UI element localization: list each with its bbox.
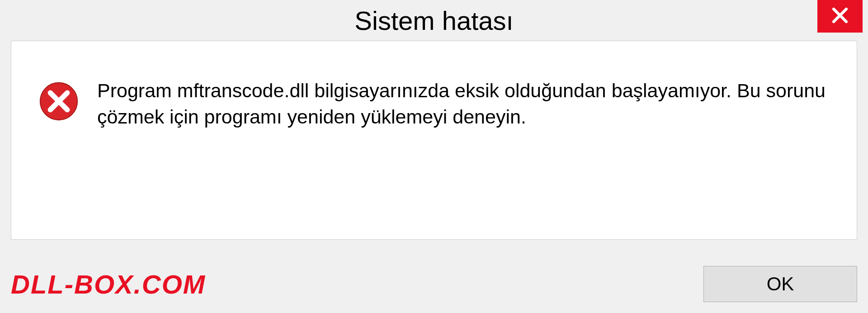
dialog-title: Sistem hatası (354, 5, 513, 36)
error-icon (38, 81, 79, 122)
close-icon (830, 6, 849, 27)
close-button[interactable] (817, 0, 863, 33)
ok-button[interactable]: OK (703, 266, 857, 302)
watermark-text: DLL-BOX.COM (11, 269, 206, 299)
content-panel: Program mftranscode.dll bilgisayarınızda… (11, 41, 857, 240)
error-message: Program mftranscode.dll bilgisayarınızda… (97, 77, 830, 130)
footer: DLL-BOX.COM OK (0, 266, 868, 302)
title-bar: Sistem hatası (0, 0, 868, 41)
